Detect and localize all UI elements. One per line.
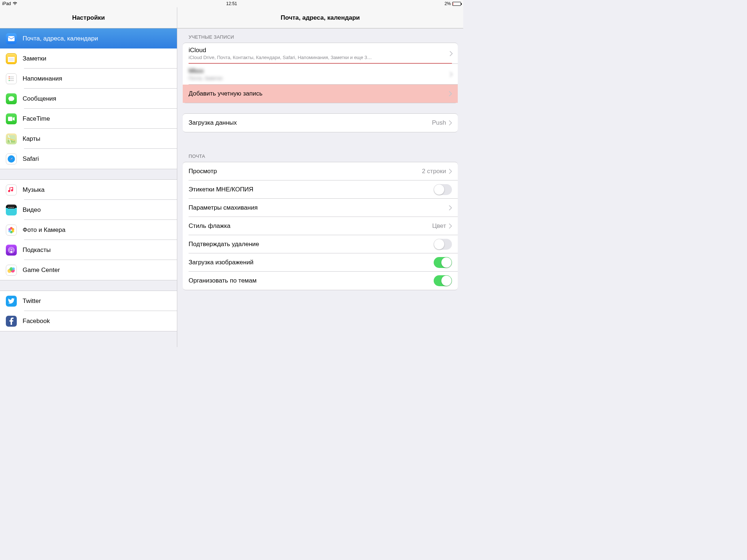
toggle-confirm-delete[interactable] (434, 239, 452, 250)
sidebar-item-label: Twitter (23, 298, 41, 305)
cell-title: Загрузка изображений (189, 259, 253, 266)
mail-preview[interactable]: Просмотр 2 строки (183, 162, 458, 180)
facebook-icon (6, 316, 17, 327)
sidebar-item-label: Сообщения (23, 95, 56, 102)
sidebar-title: Настройки (72, 14, 105, 22)
twitter-icon (6, 296, 17, 307)
detail-scroll[interactable]: УЧЕТНЫЕ ЗАПИСИ iCloud iCloud Drive, Почт… (177, 28, 463, 347)
chevron-right-icon (449, 205, 452, 210)
sidebar-item-gamecenter[interactable]: Game Center (0, 260, 177, 280)
mail-cc-labels[interactable]: Этикетки МНЕ/КОПИЯ (183, 180, 458, 199)
sidebar-item-photos[interactable]: Фото и Камера (0, 220, 177, 240)
sidebar-item-notes[interactable]: Заметки (0, 48, 177, 69)
wifi-icon (12, 1, 18, 6)
svg-point-26 (8, 228, 11, 230)
svg-point-11 (9, 80, 10, 81)
status-bar: iPad 12:51 2% (0, 0, 463, 7)
chevron-right-icon (449, 120, 452, 125)
sidebar-item-video[interactable]: Видео (0, 200, 177, 220)
mail-organize-threads[interactable]: Организовать по темам (183, 272, 458, 290)
sidebar-item-facebook[interactable]: Facebook (0, 311, 177, 331)
add-account[interactable]: Добавить учетную запись (183, 85, 458, 103)
sidebar-item-music[interactable]: Музыка (0, 180, 177, 200)
mail-flag-style[interactable]: Стиль флажка Цвет (183, 217, 458, 235)
cell-title: Просмотр (189, 168, 217, 175)
sidebar-item-facetime[interactable]: FaceTime (0, 109, 177, 129)
cell-title: Стиль флажка (189, 222, 231, 230)
svg-point-29 (11, 249, 12, 250)
sidebar-scroll[interactable]: Почта, адреса, календариЗаметкиНапоминан… (0, 28, 177, 347)
sidebar-item-label: Видео (23, 206, 41, 214)
cell-title: Подтверждать удаление (189, 241, 259, 248)
svg-rect-16 (8, 209, 15, 214)
cell-title: Этикетки МНЕ/КОПИЯ (189, 186, 253, 193)
chevron-right-icon (449, 91, 452, 96)
sidebar-item-label: Facebook (23, 318, 50, 325)
mail-icon (6, 33, 17, 44)
mail-load-images[interactable]: Загрузка изображений (183, 253, 458, 272)
cell-value: 2 строки (422, 168, 446, 175)
svg-rect-12 (8, 117, 12, 121)
cell-subtitle: Почта, Заметки (189, 75, 452, 81)
reminders-icon (6, 73, 17, 84)
battery-icon (452, 2, 461, 6)
mail-swipe-options[interactable]: Параметры смахивания (183, 199, 458, 217)
detail-header: Почта, адреса, календари (177, 7, 463, 28)
sidebar-item-reminders[interactable]: Напоминания (0, 69, 177, 89)
svg-point-17 (8, 207, 9, 208)
cell-title: Добавить учетную запись (189, 90, 263, 97)
battery-percent: 2% (445, 1, 451, 6)
detail-pane: Почта, адреса, календари УЧЕТНЫЕ ЗАПИСИ … (177, 7, 463, 347)
fetch-data[interactable]: Загрузка данных Push (183, 114, 458, 132)
svg-rect-1 (8, 55, 15, 57)
sidebar-item-mail[interactable]: Почта, адреса, календари (0, 28, 177, 48)
sidebar-item-label: Заметки (23, 55, 46, 62)
svg-point-9 (9, 76, 10, 77)
fetch-group: Загрузка данных Push (183, 113, 458, 132)
sidebar-item-label: Музыка (23, 186, 44, 194)
status-time: 12:51 (226, 1, 237, 6)
toggle-organize-threads[interactable] (434, 275, 452, 286)
safari-icon (6, 153, 17, 164)
account-icloud[interactable]: iCloud iCloud Drive, Почта, Контакты, Ка… (183, 43, 458, 64)
accounts-group: iCloud iCloud Drive, Почта, Контакты, Ка… (183, 43, 458, 103)
chevron-right-icon (450, 72, 453, 77)
sidebar-item-label: Карты (23, 135, 40, 143)
sidebar-item-label: Game Center (23, 267, 60, 274)
svg-point-19 (11, 207, 12, 208)
mail-header: ПОЧТА (183, 143, 463, 162)
cell-value: Цвет (432, 222, 446, 230)
gamecenter-icon (6, 265, 17, 276)
sidebar-header: Настройки (0, 7, 177, 28)
photos-icon (6, 225, 17, 236)
music-icon (6, 184, 17, 195)
chevron-right-icon (449, 223, 452, 229)
cell-title: Mbox (189, 67, 452, 75)
detail-title: Почта, адреса, календари (280, 14, 360, 22)
account-blurred[interactable]: Mbox Почта, Заметки (183, 64, 458, 85)
toggle-cc[interactable] (434, 184, 452, 195)
video-icon (6, 205, 17, 215)
sidebar-item-label: Напоминания (23, 75, 62, 82)
sidebar-item-messages[interactable]: Сообщения (0, 89, 177, 109)
cell-subtitle: iCloud Drive, Почта, Контакты, Календари… (189, 55, 452, 60)
cell-title: Загрузка данных (189, 119, 237, 127)
chevron-right-icon (450, 51, 453, 56)
toggle-load-images[interactable] (434, 257, 452, 268)
sidebar-item-maps[interactable]: Карты (0, 129, 177, 149)
svg-point-20 (13, 207, 13, 208)
svg-point-18 (10, 207, 11, 208)
accounts-header: УЧЕТНЫЕ ЗАПИСИ (183, 28, 463, 43)
sidebar-item-safari[interactable]: Safari (0, 149, 177, 169)
sidebar-item-label: Подкасты (23, 246, 51, 254)
svg-point-33 (12, 267, 15, 270)
sidebar-item-podcasts[interactable]: Подкасты (0, 240, 177, 260)
cell-title: Параметры смахивания (189, 204, 258, 211)
maps-icon (6, 133, 17, 144)
chevron-right-icon (449, 169, 452, 174)
settings-sidebar: Настройки Почта, адреса, календариЗаметк… (0, 7, 177, 347)
sidebar-item-twitter[interactable]: Twitter (0, 291, 177, 311)
mail-confirm-delete[interactable]: Подтверждать удаление (183, 235, 458, 253)
podcasts-icon (6, 245, 17, 256)
cell-value: Push (432, 119, 446, 127)
